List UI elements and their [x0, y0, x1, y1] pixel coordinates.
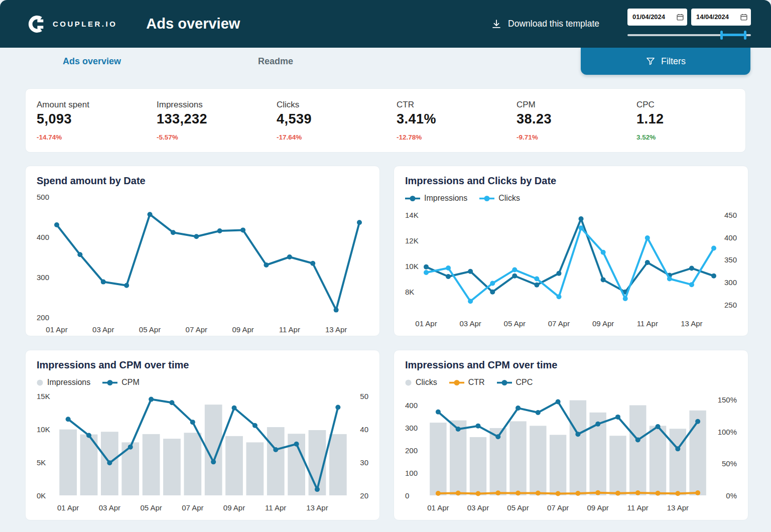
- kpi-cpc: CPC 1.12 3.52%: [625, 100, 745, 152]
- svg-text:100: 100: [405, 469, 418, 477]
- coupler-logo-icon: [27, 15, 46, 34]
- svg-text:14K: 14K: [405, 211, 419, 219]
- svg-text:300: 300: [405, 424, 418, 432]
- legend-marker-icon: [497, 379, 512, 386]
- chart-plot: 14K12K10K8K45040035030025001 Apr03 Apr05…: [405, 206, 737, 328]
- legend-marker-icon: [405, 195, 420, 202]
- chart-plot: 4003002001000150%100%50%0%01 Apr03 Apr05…: [405, 390, 737, 512]
- date-range-controls: 01/04/2024 14/04/2024: [627, 9, 751, 40]
- legend-cpc: CPC: [497, 378, 533, 387]
- svg-text:40: 40: [360, 425, 368, 434]
- svg-text:200: 200: [37, 313, 49, 322]
- chart-card-impressions-clicks: Impressions and Clicks by Date Impressio…: [394, 166, 748, 336]
- slider-handle-left[interactable]: [720, 31, 723, 40]
- svg-text:20: 20: [360, 491, 368, 500]
- kpi-delta: -17.64%: [277, 134, 386, 141]
- svg-text:100%: 100%: [718, 428, 737, 436]
- svg-text:5K: 5K: [37, 458, 46, 467]
- svg-text:03 Apr: 03 Apr: [467, 503, 489, 512]
- chart-impressions-clicks-canvas: 14K12K10K8K45040035030025001 Apr03 Apr05…: [405, 206, 737, 328]
- page-title: Ads overview: [146, 16, 240, 32]
- calendar-icon: [740, 14, 747, 21]
- series-clicks-bars: [430, 401, 706, 495]
- series-clicks-line: [424, 225, 716, 304]
- legend-marker-icon: [479, 195, 494, 202]
- chart-legend: ImpressionsCPM: [37, 375, 368, 390]
- download-template-button[interactable]: Download this template: [491, 19, 599, 30]
- date-range-slider[interactable]: [627, 31, 751, 40]
- svg-text:50: 50: [360, 392, 368, 401]
- legend-clicks: Clicks: [405, 378, 437, 387]
- svg-text:50%: 50%: [722, 459, 737, 468]
- chart-plot: 50040030020001 Apr03 Apr05 Apr07 Apr09 A…: [37, 191, 368, 334]
- svg-text:8K: 8K: [405, 288, 414, 296]
- svg-text:10K: 10K: [37, 425, 50, 434]
- svg-text:09 Apr: 09 Apr: [223, 503, 245, 512]
- chart-legend: ClicksCTRCPC: [405, 375, 737, 390]
- kpi-delta: -14.74%: [37, 134, 146, 141]
- svg-text:450: 450: [724, 211, 737, 219]
- date-from-input[interactable]: 01/04/2024: [627, 9, 687, 26]
- svg-text:400: 400: [37, 233, 49, 241]
- kpi-clicks: Clicks 4,539 -17.64%: [266, 100, 386, 152]
- kpi-label: CPC: [636, 100, 745, 110]
- brand-name: COUPLER.IO: [53, 20, 117, 28]
- charts-grid: Spend amount by Date 50040030020001 Apr0…: [25, 166, 746, 520]
- legend-label: Clicks: [498, 194, 520, 203]
- svg-text:500: 500: [37, 193, 49, 201]
- svg-text:09 Apr: 09 Apr: [592, 319, 614, 328]
- kpi-value: 4,539: [277, 111, 386, 127]
- legend-marker-icon: [449, 379, 464, 386]
- series-impressions-line: [424, 216, 716, 295]
- chart-card-spend-by-date: Spend amount by Date 50040030020001 Apr0…: [25, 166, 380, 336]
- chart-title: Impressions and Clicks by Date: [405, 175, 737, 187]
- svg-text:01 Apr: 01 Apr: [427, 503, 449, 512]
- svg-text:11 Apr: 11 Apr: [637, 319, 658, 328]
- slider-handle-right[interactable]: [744, 31, 746, 40]
- ads-overview-dashboard: COUPLER.IO Ads overview Download this te…: [0, 0, 771, 520]
- legend-clicks: Clicks: [479, 194, 520, 203]
- legend-cpm: CPM: [102, 378, 140, 387]
- kpi-cpm: CPM 38.23 -9.71%: [505, 100, 625, 152]
- legend-marker-icon: [102, 379, 117, 386]
- download-icon: [491, 19, 502, 30]
- svg-text:250: 250: [724, 301, 737, 309]
- kpi-value: 133,232: [157, 111, 266, 127]
- filter-icon: [646, 56, 656, 66]
- svg-text:11 Apr: 11 Apr: [627, 503, 649, 512]
- svg-text:0: 0: [405, 491, 409, 500]
- svg-text:01 Apr: 01 Apr: [46, 325, 67, 334]
- kpi-value: 1.12: [636, 111, 745, 127]
- tab-readme[interactable]: Readme: [184, 48, 367, 75]
- svg-text:13 Apr: 13 Apr: [667, 503, 689, 512]
- coupler-logo[interactable]: COUPLER.IO: [27, 15, 117, 34]
- kpi-label: CPM: [517, 100, 625, 110]
- legend-label: CTR: [468, 378, 485, 387]
- svg-text:13 Apr: 13 Apr: [306, 503, 328, 512]
- chart-card-clicks-ctr-cpc: Impressions and CPM over time ClicksCTRC…: [394, 350, 748, 520]
- svg-text:09 Apr: 09 Apr: [587, 503, 608, 512]
- svg-text:13 Apr: 13 Apr: [325, 325, 347, 334]
- kpi-label: Amount spent: [37, 100, 146, 110]
- chart-legend: ImpressionsClicks: [405, 191, 737, 206]
- svg-text:300: 300: [724, 278, 737, 287]
- kpi-impressions: Impressions 133,232 -5.57%: [146, 100, 266, 152]
- filters-label: Filters: [661, 56, 686, 67]
- legend-ctr: CTR: [449, 378, 485, 387]
- tab-ads-overview[interactable]: Ads overview: [0, 48, 184, 75]
- legend-label: Impressions: [47, 378, 90, 387]
- svg-text:09 Apr: 09 Apr: [232, 325, 253, 334]
- header-right: Download this template 01/04/2024 14/04/…: [491, 9, 751, 40]
- svg-text:05 Apr: 05 Apr: [507, 503, 529, 512]
- legend-marker-icon: [405, 379, 412, 386]
- svg-text:0K: 0K: [37, 491, 46, 500]
- legend-label: CPM: [121, 378, 140, 387]
- svg-text:03 Apr: 03 Apr: [99, 503, 120, 512]
- legend-label: Impressions: [424, 194, 467, 203]
- filters-button[interactable]: Filters: [581, 48, 750, 75]
- legend-impressions: Impressions: [37, 378, 90, 387]
- chart-title: Impressions and CPM over time: [405, 359, 737, 371]
- svg-text:03 Apr: 03 Apr: [459, 319, 481, 328]
- kpi-amount-spent: Amount spent 5,093 -14.74%: [26, 100, 146, 152]
- date-to-input[interactable]: 14/04/2024: [691, 9, 751, 26]
